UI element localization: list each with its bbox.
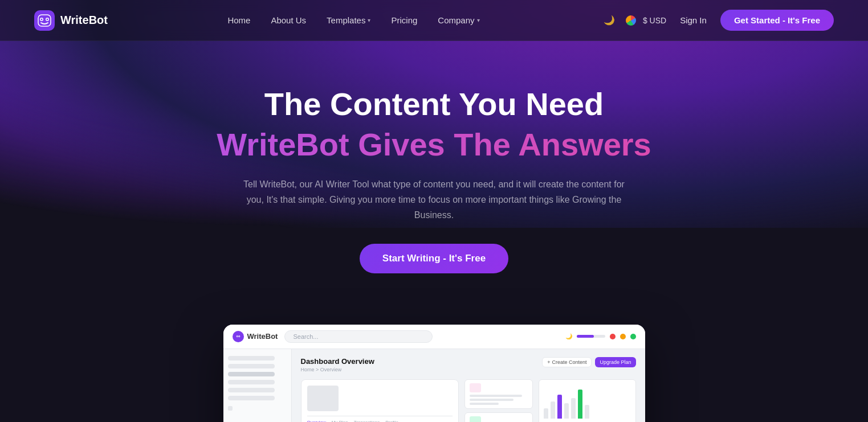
chart-bar (564, 403, 569, 419)
dash-logo: WriteBot (233, 331, 278, 342)
svg-point-8 (237, 335, 237, 336)
sidebar-collapse-icon (228, 406, 233, 411)
dash-card-color-indicator (470, 383, 481, 392)
dash-small-lines (470, 395, 528, 405)
dash-brand-name: WriteBot (247, 332, 278, 341)
nav-right: 🌙 $ USD Sign In Get Started - It's Free (600, 10, 834, 31)
dash-card-content (307, 386, 453, 411)
hero-subtitle: Tell WriteBot, our AI Writer Tool what t… (241, 177, 628, 223)
dash-progress-track (577, 335, 605, 338)
currency-selector[interactable]: $ USD (643, 16, 666, 25)
dash-action-buttons: + Create Content Upgrade Plan (542, 357, 635, 367)
dash-breadcrumb: Home > Overview (301, 367, 374, 372)
writebot-logo-icon (34, 10, 55, 31)
dash-progress-fill (577, 335, 594, 338)
dashboard-search[interactable]: Search... (284, 330, 433, 343)
sidebar-item (228, 388, 275, 392)
dashboard-preview: WriteBot Search... 🌙 (212, 325, 657, 422)
dash-card-thumbnail (307, 386, 339, 411)
svg-point-4 (47, 18, 48, 20)
sign-in-link[interactable]: Sign In (673, 11, 714, 30)
dash-text-line (470, 399, 514, 401)
dash-text-line (470, 403, 499, 405)
company-chevron-icon: ▾ (477, 17, 480, 23)
get-started-button[interactable]: Get Started - It's Free (720, 10, 834, 31)
dash-progress-bar (577, 335, 605, 338)
brand-name: WriteBot (60, 14, 108, 27)
chart-bar (557, 395, 562, 419)
sidebar-item (228, 380, 275, 384)
templates-chevron-icon: ▾ (368, 17, 370, 23)
dash-card-large: Overview My Plan Transactions Profile (301, 379, 459, 422)
chart-bar (544, 408, 548, 419)
dash-tab-myplan[interactable]: My Plan (332, 420, 348, 422)
dash-card-color-indicator (470, 416, 481, 422)
dashboard-topbar: WriteBot Search... 🌙 (223, 325, 645, 349)
dash-moon-icon: 🌙 (565, 333, 572, 339)
dash-tab-profile[interactable]: Profile (385, 420, 398, 422)
dashboard-body: Dashboard Overview Home > Overview + Cre… (223, 349, 645, 422)
dash-chart-card (539, 379, 635, 422)
dash-expand-circle[interactable] (630, 334, 636, 339)
nav-link-pricing[interactable]: Pricing (382, 11, 426, 30)
dash-logo-icon (233, 331, 244, 342)
dash-text-line (470, 395, 522, 397)
nav-links: Home About Us Templates ▾ Pricing Compan… (218, 11, 488, 30)
svg-rect-0 (34, 10, 55, 31)
svg-point-3 (41, 18, 43, 20)
dash-side-cards (464, 379, 533, 422)
dash-minimize-circle[interactable] (620, 334, 626, 339)
navbar: WriteBot Home About Us Templates ▾ Prici… (0, 0, 868, 41)
sidebar-item (228, 356, 275, 360)
start-writing-button[interactable]: Start Writing - It's Free (360, 244, 508, 273)
sidebar-item (228, 364, 275, 368)
dash-close-circle[interactable] (610, 334, 616, 339)
dash-content-area: Overview My Plan Transactions Profile (301, 379, 636, 422)
sidebar-item (228, 396, 275, 400)
chart-bar (551, 401, 555, 419)
hero-title-line2: WriteBot Gives The Answers (11, 126, 857, 163)
nav-link-about[interactable]: About Us (262, 11, 315, 30)
dash-small-card-2 (464, 412, 533, 422)
dash-title-block: Dashboard Overview Home > Overview (301, 357, 374, 372)
chart-bar (578, 390, 582, 419)
chart-bar (571, 398, 576, 419)
hero-title-line1: The Content You Need (11, 87, 857, 122)
dash-bar-chart (544, 384, 630, 419)
dash-main-header: Dashboard Overview Home > Overview + Cre… (301, 357, 636, 372)
dash-upgrade-btn[interactable]: Upgrade Plan (595, 357, 635, 367)
svg-point-9 (239, 335, 239, 336)
nav-link-templates[interactable]: Templates ▾ (317, 11, 380, 30)
dash-create-content-btn[interactable]: + Create Content (542, 357, 592, 367)
dash-section-title: Dashboard Overview (301, 357, 374, 366)
dash-topbar-right: 🌙 (565, 333, 636, 339)
dash-logo-svg (235, 333, 242, 340)
sidebar-item (228, 372, 275, 376)
chart-bar (585, 405, 589, 419)
dash-tab-overview[interactable]: Overview (307, 420, 326, 422)
dash-create-icon: + (547, 359, 550, 365)
dark-mode-toggle[interactable]: 🌙 (600, 11, 619, 30)
nav-link-home[interactable]: Home (218, 11, 259, 30)
dashboard-sidebar (223, 349, 292, 422)
dash-tabs: Overview My Plan Transactions Profile (307, 416, 453, 422)
dash-small-card-1 (464, 379, 533, 409)
dashboard-main: Dashboard Overview Home > Overview + Cre… (292, 349, 645, 422)
nav-link-company[interactable]: Company ▾ (429, 11, 488, 30)
hero-section: The Content You Need WriteBot Gives The … (0, 41, 868, 296)
logo-container[interactable]: WriteBot (34, 10, 108, 31)
dash-chart-area (539, 379, 635, 422)
dash-tab-transactions[interactable]: Transactions (354, 420, 380, 422)
language-selector-icon[interactable] (626, 15, 636, 26)
dashboard-window: WriteBot Search... 🌙 (223, 325, 645, 422)
